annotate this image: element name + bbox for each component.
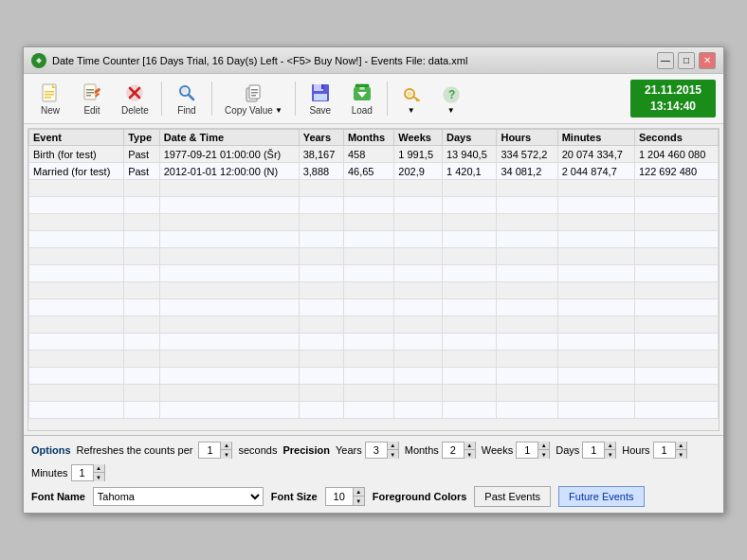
empty-table-row	[29, 385, 719, 402]
font-size-spinbox[interactable]: ▲ ▼	[325, 487, 365, 506]
col-hours: Hours	[497, 130, 557, 146]
font-size-input[interactable]	[326, 489, 353, 504]
minutes-spin-up[interactable]: ▲	[93, 464, 104, 473]
minutes-input[interactable]	[72, 465, 93, 480]
save-button[interactable]: Save	[301, 78, 339, 119]
empty-table-row	[29, 282, 719, 299]
minutes-precision-label: Minutes	[31, 467, 68, 479]
edit-button[interactable]: Edit	[73, 78, 111, 119]
hours-input[interactable]	[654, 443, 675, 458]
close-button[interactable]: ✕	[699, 52, 716, 69]
load-icon	[351, 81, 374, 104]
bottom-panel: Options Refreshes the counts per ▲ ▼ sec…	[24, 435, 723, 513]
toolbar-separator-2	[211, 81, 212, 116]
months-spin-down[interactable]: ▼	[464, 450, 475, 459]
refresh-spinbox-btns: ▲ ▼	[220, 442, 231, 459]
svg-point-34	[407, 91, 411, 96]
load-button[interactable]: Load	[343, 78, 381, 119]
years-spin-down[interactable]: ▼	[387, 450, 398, 459]
svg-rect-9	[86, 92, 94, 94]
font-size-spinbox-btns: ▲ ▼	[353, 488, 364, 505]
copy-value-dropdown-icon: ▼	[275, 106, 282, 115]
svg-rect-3	[45, 91, 54, 93]
datetime-display: 21.11.2015 13:14:40	[630, 80, 716, 117]
days-spin-down[interactable]: ▼	[604, 450, 615, 459]
years-spinbox[interactable]: ▲ ▼	[365, 442, 399, 459]
days-spin-up[interactable]: ▲	[604, 442, 615, 450]
toolbar-separator-1	[161, 81, 162, 116]
minutes-spinbox-btns: ▲ ▼	[93, 464, 104, 481]
key-button[interactable]: ▼	[393, 80, 429, 118]
empty-table-row	[29, 265, 719, 282]
minutes-spin-down[interactable]: ▼	[93, 473, 104, 481]
empty-table-row	[29, 368, 719, 385]
svg-rect-4	[45, 94, 54, 96]
years-input[interactable]	[366, 443, 387, 458]
months-spinbox[interactable]: ▲ ▼	[442, 442, 476, 459]
title-bar-left: Date Time Counter [16 Days Trial, 16 Day…	[31, 53, 467, 68]
svg-rect-5	[45, 97, 51, 99]
col-weeks: Weeks	[394, 130, 443, 146]
col-type: Type	[124, 130, 160, 146]
years-spin-up[interactable]: ▲	[387, 442, 398, 450]
main-window: Date Time Counter [16 Days Trial, 16 Day…	[23, 46, 724, 514]
help-dropdown-icon: ▼	[447, 106, 455, 115]
weeks-spinbox-btns: ▲ ▼	[537, 442, 549, 459]
svg-rect-22	[251, 92, 258, 94]
help-icon: ?	[440, 83, 463, 106]
font-size-spin-down[interactable]: ▼	[353, 497, 364, 505]
copy-value-button[interactable]: Copy Value ▼	[218, 78, 289, 119]
delete-label: Delete	[121, 105, 149, 116]
svg-rect-10	[86, 95, 91, 97]
col-event: Event	[29, 130, 124, 146]
font-size-spin-up[interactable]: ▲	[353, 488, 364, 497]
toolbar: New Edit	[24, 74, 723, 124]
data-table-wrapper[interactable]: Event Type Date & Time Years Months Week…	[27, 128, 720, 431]
refresh-input[interactable]	[199, 443, 220, 458]
minimize-button[interactable]: —	[657, 52, 674, 69]
past-events-button[interactable]: Past Events	[474, 486, 551, 507]
hours-spin-down[interactable]: ▼	[675, 450, 686, 459]
find-button[interactable]: Find	[168, 78, 206, 119]
title-controls: — □ ✕	[657, 52, 716, 69]
foreground-colors-label: Foreground Colors	[373, 491, 467, 502]
weeks-spin-up[interactable]: ▲	[537, 442, 549, 450]
weeks-input[interactable]	[517, 443, 537, 458]
hours-spin-up[interactable]: ▲	[675, 442, 686, 450]
key-icon	[400, 83, 423, 106]
svg-rect-8	[86, 89, 94, 91]
refresh-spin-down[interactable]: ▼	[220, 450, 231, 459]
copy-value-icon	[242, 81, 264, 104]
table-row[interactable]: Birth (for test)Past1977-09-21 01:00:00 …	[29, 146, 719, 163]
empty-table-row	[29, 180, 719, 197]
hours-spinbox[interactable]: ▲ ▼	[653, 442, 687, 459]
weeks-spin-down[interactable]: ▼	[537, 450, 549, 459]
months-spin-up[interactable]: ▲	[464, 442, 475, 450]
help-button[interactable]: ? ▼	[433, 80, 469, 118]
months-spinbox-btns: ▲ ▼	[464, 442, 475, 459]
maximize-button[interactable]: □	[678, 52, 695, 69]
font-name-select[interactable]: Tahoma	[93, 487, 264, 506]
save-icon	[309, 81, 332, 104]
months-precision-group: Months ▲ ▼	[405, 442, 476, 459]
new-button[interactable]: New	[31, 78, 69, 119]
empty-table-row	[29, 248, 719, 265]
edit-icon	[81, 81, 103, 104]
days-input[interactable]	[583, 443, 604, 458]
weeks-spinbox[interactable]: ▲ ▼	[516, 442, 550, 459]
delete-button[interactable]: Delete	[115, 78, 155, 119]
title-bar: Date Time Counter [16 Days Trial, 16 Day…	[24, 47, 723, 74]
app-icon	[31, 53, 46, 68]
months-input[interactable]	[443, 443, 464, 458]
delete-icon	[123, 81, 146, 104]
refresh-spin-up[interactable]: ▲	[220, 442, 231, 450]
minutes-spinbox[interactable]: ▲ ▼	[71, 464, 105, 481]
font-row: Font Name Tahoma Font Size ▲ ▼ Foregroun…	[31, 486, 716, 507]
table-row[interactable]: Married (for test)Past2012-01-01 12:00:0…	[29, 163, 719, 180]
empty-table-row	[29, 402, 719, 419]
find-icon	[175, 81, 198, 104]
col-datetime: Date & Time	[159, 130, 299, 146]
days-spinbox[interactable]: ▲ ▼	[582, 442, 616, 459]
future-events-button[interactable]: Future Events	[558, 486, 644, 507]
refresh-spinbox[interactable]: ▲ ▼	[198, 442, 232, 459]
